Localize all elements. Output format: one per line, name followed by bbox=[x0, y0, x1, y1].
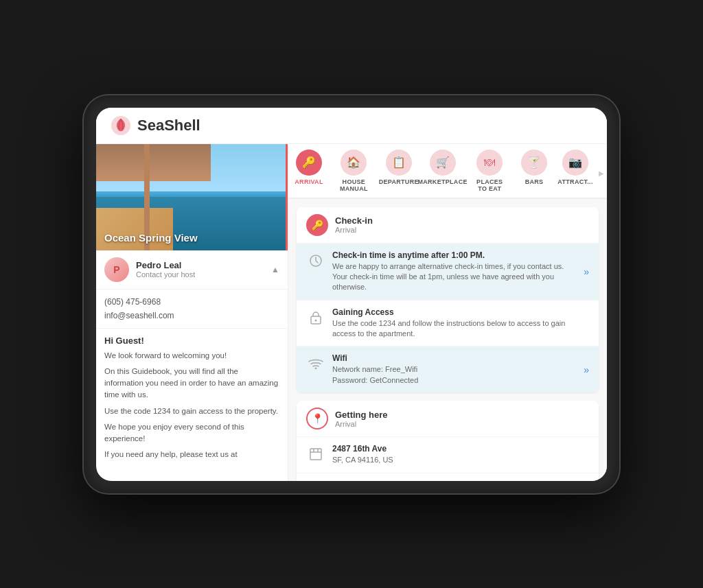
address-desc: SF, CA 94116, US bbox=[332, 455, 589, 465]
check-in-header-text: Check-in Arrival bbox=[335, 215, 373, 234]
app-title: SeaShell bbox=[137, 117, 200, 134]
tab-places-eat-label: PLACES TO EAT bbox=[474, 178, 505, 192]
tab-house-manual[interactable]: 🏠 HOUSE MANUAL bbox=[330, 150, 378, 198]
app-body: Ocean Spring View P Pedro Leal Contact y… bbox=[96, 144, 607, 481]
arrival-icon-circle: 🔑 bbox=[296, 150, 322, 176]
tab-attractions[interactable]: 📷 ATTRACT... bbox=[555, 150, 596, 198]
tab-departure[interactable]: 📋 DEPARTURE bbox=[378, 150, 419, 198]
checkin-time-arrow[interactable]: » bbox=[584, 266, 589, 277]
chevron-up-icon: ▲ bbox=[271, 265, 279, 274]
tablet-screen: SeaShell Ocean Spring View bbox=[96, 108, 607, 481]
gaining-access-desc: Use the code 1234 and follow the instruc… bbox=[332, 318, 589, 340]
seashell-logo-icon bbox=[110, 115, 132, 137]
host-subtitle: Contact your host bbox=[136, 270, 271, 279]
check-in-icon: 🔑 bbox=[306, 214, 328, 236]
terrace-floor bbox=[96, 208, 173, 250]
gaining-access-content: Gaining Access Use the code 1234 and fol… bbox=[332, 307, 589, 340]
tab-bars[interactable]: 🍸 BARS bbox=[514, 150, 555, 198]
svg-point-3 bbox=[315, 319, 317, 321]
property-image: Ocean Spring View bbox=[96, 144, 288, 250]
bars-icon-circle: 🍸 bbox=[521, 150, 547, 176]
tab-arrival-label: ARRIVAL bbox=[295, 178, 323, 185]
wifi-network: Network name: Free_WifiPassword: GetConn… bbox=[332, 364, 579, 386]
address-icon bbox=[306, 445, 325, 464]
address-content: 2487 16th Ave SF, CA 94116, US bbox=[332, 444, 589, 465]
welcome-greeting: Hi Guest! bbox=[104, 336, 279, 346]
wifi-content: Wifi Network name: Free_WifiPassword: Ge… bbox=[332, 353, 579, 386]
checkin-time-content: Check-in time is anytime after 1:00 PM. … bbox=[332, 250, 579, 293]
sidebar: Ocean Spring View P Pedro Leal Contact y… bbox=[96, 144, 288, 481]
content-area: 🔑 Check-in Arrival bbox=[288, 199, 607, 481]
tab-marketplace-label: MARKETPLACE bbox=[417, 178, 467, 185]
check-in-subtitle: Arrival bbox=[335, 226, 373, 234]
gaining-access-title: Gaining Access bbox=[332, 307, 589, 317]
departure-icon-circle: 📋 bbox=[386, 150, 412, 176]
tab-marketplace[interactable]: 🛒 MARKETPLACE bbox=[419, 150, 466, 198]
terrace-ceiling bbox=[96, 144, 211, 181]
host-name: Pedro Leal bbox=[136, 260, 271, 270]
address-title: 2487 16th Ave bbox=[332, 444, 589, 454]
tab-places-to-eat[interactable]: 🍽 PLACES TO EAT bbox=[466, 150, 514, 198]
wifi-title: Wifi bbox=[332, 353, 579, 363]
svg-point-4 bbox=[315, 368, 317, 370]
welcome-para-3: Use the code 1234 to gain access to the … bbox=[104, 405, 279, 417]
host-info: Pedro Leal Contact your host bbox=[136, 260, 271, 279]
sidebar-divider bbox=[286, 144, 288, 250]
gaining-access-item[interactable]: Gaining Access Use the code 1234 and fol… bbox=[297, 301, 599, 347]
welcome-para-4: We hope you enjoy every second of this e… bbox=[104, 421, 279, 445]
places-eat-icon-circle: 🍽 bbox=[476, 150, 503, 176]
directions-content: Directions Southwest Airlines Co 6300 W … bbox=[332, 480, 579, 481]
welcome-para-1: We look forward to welcoming you! bbox=[104, 350, 279, 362]
attractions-icon-circle: 📷 bbox=[562, 150, 588, 176]
checkin-time-desc: We are happy to arrange alternative chec… bbox=[332, 261, 579, 293]
checkin-time-item[interactable]: Check-in time is anytime after 1:00 PM. … bbox=[297, 244, 599, 301]
getting-here-subtitle: Arrival bbox=[335, 420, 388, 428]
getting-here-header-text: Getting here Arrival bbox=[335, 410, 388, 428]
location-icon: 📍 bbox=[306, 408, 328, 430]
address-item[interactable]: 2487 16th Ave SF, CA 94116, US bbox=[297, 437, 599, 473]
getting-here-header: 📍 Getting here Arrival bbox=[297, 401, 599, 437]
lock-icon bbox=[306, 308, 325, 327]
getting-here-card: 📍 Getting here Arrival bbox=[297, 401, 599, 480]
tab-bars-label: BARS bbox=[525, 178, 544, 185]
welcome-section: Hi Guest! We look forward to welcoming y… bbox=[96, 329, 288, 481]
tab-arrival[interactable]: 🔑 ARRIVAL bbox=[288, 150, 330, 198]
wifi-arrow[interactable]: » bbox=[584, 364, 589, 375]
wifi-item[interactable]: Wifi Network name: Free_WifiPassword: Ge… bbox=[297, 346, 599, 392]
contact-section: (605) 475-6968 info@seashell.com bbox=[96, 290, 288, 329]
check-in-card-header: 🔑 Check-in Arrival bbox=[297, 207, 599, 244]
clock-icon bbox=[306, 251, 325, 270]
check-in-card: 🔑 Check-in Arrival bbox=[297, 207, 599, 393]
tab-house-manual-label: HOUSE MANUAL bbox=[338, 178, 370, 192]
directions-item[interactable]: Directions Southwest Airlines Co 6300 W … bbox=[297, 473, 599, 481]
checkin-time-title: Check-in time is anytime after 1:00 PM. bbox=[332, 250, 579, 260]
property-name: Ocean Spring View bbox=[104, 232, 198, 244]
check-in-title: Check-in bbox=[335, 215, 373, 226]
house-manual-icon-circle: 🏠 bbox=[341, 150, 367, 176]
wifi-icon bbox=[306, 354, 325, 373]
svg-rect-5 bbox=[310, 449, 321, 460]
tablet-device: SeaShell Ocean Spring View bbox=[84, 95, 619, 493]
host-section[interactable]: P Pedro Leal Contact your host ▲ bbox=[96, 250, 288, 290]
phone-number[interactable]: (605) 475-6968 bbox=[104, 295, 279, 309]
nav-arrow-right[interactable]: ▶ bbox=[596, 169, 607, 177]
directions-title: Directions bbox=[332, 480, 579, 481]
marketplace-icon-circle: 🛒 bbox=[430, 150, 456, 176]
nav-tabs: 🔑 ARRIVAL 🏠 HOUSE MANUAL 📋 DEPARTURE 🛒 M… bbox=[288, 144, 607, 199]
welcome-para-2: On this Guidebook, you will find all the… bbox=[104, 366, 279, 401]
main-content: 🔑 ARRIVAL 🏠 HOUSE MANUAL 📋 DEPARTURE 🛒 M… bbox=[288, 144, 607, 481]
getting-here-title: Getting here bbox=[335, 410, 388, 420]
host-avatar: P bbox=[104, 257, 129, 282]
tab-departure-label: DEPARTURE bbox=[379, 178, 419, 185]
welcome-para-5: If you need any help, please text us at bbox=[104, 449, 279, 460]
tab-attractions-label: ATTRACT... bbox=[557, 178, 592, 185]
app-header: SeaShell bbox=[96, 108, 607, 144]
email-address[interactable]: info@seashell.com bbox=[104, 309, 279, 322]
